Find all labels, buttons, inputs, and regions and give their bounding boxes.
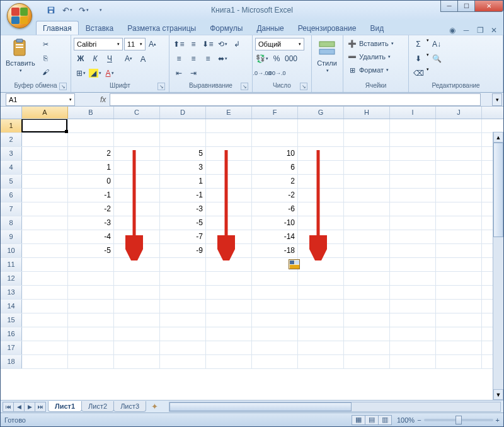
cell-I7[interactable]: [390, 202, 436, 216]
cell-F13[interactable]: [252, 286, 298, 299]
tab-главная[interactable]: Главная: [36, 21, 79, 35]
cell-C8[interactable]: [114, 216, 160, 230]
cell-G15[interactable]: [298, 313, 344, 327]
cell-J4[interactable]: [436, 161, 482, 174]
zoom-out-icon[interactable]: −: [417, 416, 421, 424]
cell-D4[interactable]: 3: [160, 161, 206, 174]
cell-G11[interactable]: [298, 258, 344, 271]
workbook-restore-icon[interactable]: ❐: [476, 26, 484, 35]
cell-G10[interactable]: [298, 244, 344, 257]
cell-D13[interactable]: [160, 286, 206, 299]
cell-E18[interactable]: [206, 355, 252, 368]
cell-A12[interactable]: [22, 272, 68, 285]
shrink-font-icon[interactable]: A▾: [122, 52, 135, 65]
cell-A17[interactable]: [22, 341, 68, 354]
grow-font-icon[interactable]: A▴: [147, 38, 158, 50]
format-painter-icon[interactable]: 🖌: [39, 66, 53, 78]
cell-C10[interactable]: [114, 244, 160, 257]
cell-C17[interactable]: [114, 341, 160, 354]
cell-B7[interactable]: -2: [68, 202, 114, 216]
cell-J3[interactable]: [436, 147, 482, 160]
cell-B11[interactable]: [68, 258, 114, 271]
cell-I5[interactable]: [390, 175, 436, 188]
zoom-slider[interactable]: [424, 419, 493, 421]
cell-B4[interactable]: 1: [68, 161, 114, 174]
cell-J5[interactable]: [436, 175, 482, 188]
cell-H2[interactable]: [344, 133, 390, 146]
cell-B13[interactable]: [68, 286, 114, 299]
cell-H8[interactable]: [344, 216, 390, 230]
sheet-tab-Лист3[interactable]: Лист3: [113, 401, 146, 412]
font-launcher-icon[interactable]: ↘: [158, 83, 165, 90]
sheet-tab-Лист1[interactable]: Лист1: [48, 401, 82, 412]
sheet-tab-Лист2[interactable]: Лист2: [81, 401, 114, 412]
cell-E13[interactable]: [206, 286, 252, 299]
zoom-in-icon[interactable]: +: [496, 416, 500, 424]
cell-I9[interactable]: [390, 230, 436, 243]
tab-вставка[interactable]: Вставка: [79, 21, 121, 35]
cell-C13[interactable]: [114, 286, 160, 299]
cell-D9[interactable]: -7: [160, 230, 206, 243]
cell-B18[interactable]: [68, 355, 114, 368]
cell-G17[interactable]: [298, 341, 344, 354]
cell-G12[interactable]: [298, 272, 344, 285]
cell-H5[interactable]: [344, 175, 390, 188]
cell-H1[interactable]: [344, 119, 390, 132]
cell-G4[interactable]: [298, 161, 344, 174]
row-header-5[interactable]: 5: [1, 175, 22, 188]
cell-C6[interactable]: [114, 189, 160, 202]
cell-J13[interactable]: [436, 286, 482, 299]
cell-G16[interactable]: [298, 327, 344, 341]
cell-G7[interactable]: [298, 202, 344, 216]
vertical-scrollbar[interactable]: ▲ ▼: [493, 132, 503, 400]
horizontal-scrollbar[interactable]: [169, 402, 501, 412]
delete-cells-button[interactable]: ➖Удалить▾: [346, 51, 392, 62]
cell-H9[interactable]: [344, 230, 390, 243]
sheet-last-icon[interactable]: ⏭: [35, 402, 46, 412]
row-header-14[interactable]: 14: [1, 300, 22, 313]
qat-customize-icon[interactable]: ▾: [94, 4, 106, 16]
align-bottom-icon[interactable]: ⬇≡: [201, 38, 215, 50]
cell-C3[interactable]: [114, 147, 160, 160]
cell-F9[interactable]: -14: [252, 230, 298, 243]
row-header-17[interactable]: 17: [1, 341, 22, 354]
cell-I13[interactable]: [390, 286, 436, 299]
decrease-decimal-icon[interactable]: .00→.0: [270, 67, 284, 79]
row-header-12[interactable]: 12: [1, 272, 22, 285]
row-header-2[interactable]: 2: [1, 133, 22, 146]
cell-D6[interactable]: -1: [160, 189, 206, 202]
cell-I12[interactable]: [390, 272, 436, 285]
cell-E12[interactable]: [206, 272, 252, 285]
cell-C12[interactable]: [114, 272, 160, 285]
cell-F14[interactable]: [252, 300, 298, 313]
cell-D2[interactable]: [160, 133, 206, 146]
cell-A2[interactable]: [22, 133, 68, 146]
row-header-7[interactable]: 7: [1, 202, 22, 216]
row-header-6[interactable]: 6: [1, 189, 22, 202]
cell-D12[interactable]: [160, 272, 206, 285]
cell-A14[interactable]: [22, 300, 68, 313]
cell-C5[interactable]: [114, 175, 160, 188]
fx-icon[interactable]: fx: [100, 95, 106, 104]
cell-E15[interactable]: [206, 313, 252, 327]
row-header-11[interactable]: 11: [1, 258, 22, 271]
cell-C15[interactable]: [114, 313, 160, 327]
cell-J7[interactable]: [436, 202, 482, 216]
autofill-options-icon[interactable]: [289, 259, 300, 269]
minimize-button[interactable]: ─: [440, 1, 458, 12]
cell-C7[interactable]: [114, 202, 160, 216]
cell-F7[interactable]: -6: [252, 202, 298, 216]
cell-H3[interactable]: [344, 147, 390, 160]
merge-cells-icon[interactable]: ⬌▾: [215, 52, 229, 65]
help-icon[interactable]: ◉: [448, 26, 457, 35]
view-page-layout-icon[interactable]: ▤: [365, 415, 379, 425]
row-header-13[interactable]: 13: [1, 286, 22, 299]
number-format-combo[interactable]: Общий▾: [255, 38, 304, 50]
col-header-C[interactable]: C: [114, 107, 160, 119]
cell-I14[interactable]: [390, 300, 436, 313]
cell-E17[interactable]: [206, 341, 252, 354]
cell-E4[interactable]: [206, 161, 252, 174]
increase-font-icon[interactable]: A: [136, 52, 150, 65]
col-header-D[interactable]: D: [160, 107, 206, 119]
cell-G6[interactable]: [298, 189, 344, 202]
